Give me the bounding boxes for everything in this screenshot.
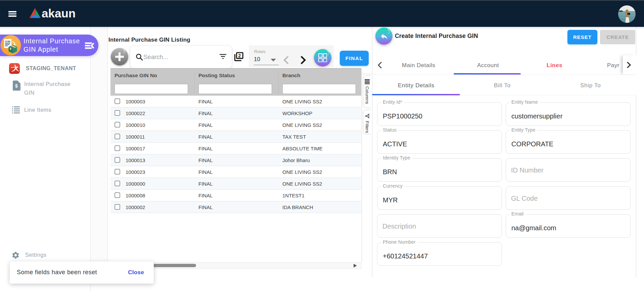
svg-text:2: 2 (238, 53, 241, 58)
svg-text:$: $ (15, 83, 18, 89)
svg-text:GIN: GIN (5, 40, 10, 43)
